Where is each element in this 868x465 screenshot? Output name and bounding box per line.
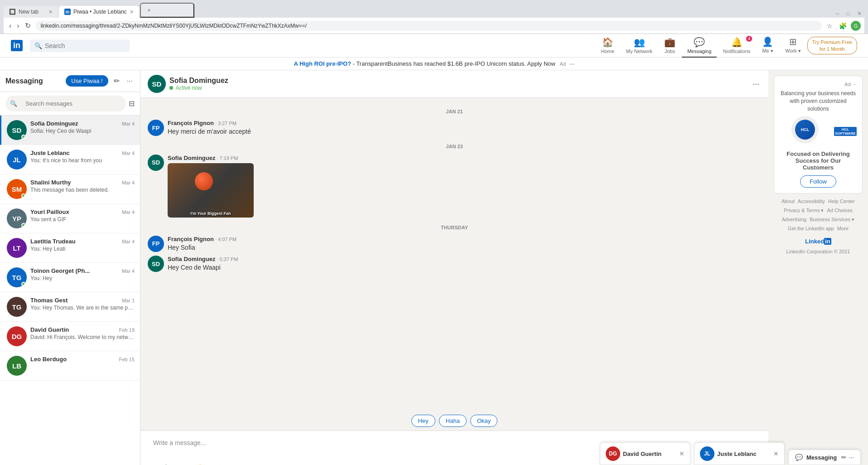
message-search-input[interactable] [20,97,121,110]
tab-close-newtab[interactable]: ✕ [48,9,53,15]
nav-item-me[interactable]: 👤 Me ▾ [757,34,779,58]
bookmark-btn[interactable]: ☆ [825,21,835,31]
footer-help-center[interactable]: Help Center [828,199,855,204]
footer-advertising[interactable]: Advertising [782,217,806,222]
nav-item-messaging[interactable]: 💬 Messaging [682,34,717,58]
browser-addressbar: ‹ › ↻ ☆ 🧩 G [4,18,864,34]
footer-accessibility[interactable]: Accessibility [798,199,825,204]
video-button[interactable]: 📹 [210,463,223,465]
browser-tab-newtab[interactable]: 🔲 New tab ✕ [4,6,58,18]
floating-compose-btn[interactable]: ✏ [841,454,847,461]
floating-chats: DG David Guertin ✕ JL Juste Leblanc ✕ 💬 … [600,442,868,465]
avatar-francois-2: FP [148,236,164,252]
attach-file-button[interactable]: 📎 [162,463,175,465]
nav-item-network[interactable]: 👥 My Network [621,34,658,58]
conversation-youri-pailloux[interactable]: YP Youri Pailloux Mar 4 You sent a GIF [0,204,140,233]
copyright-text: LinkedIn Corporation © 2021 [774,247,863,257]
hcl-software-label: HCL SOFTWARE [834,127,857,136]
quick-reply-okay[interactable]: Okay [470,415,497,427]
linkedin-header: in 🔍 🏠 Home 👥 My Network 💼 Jobs 💬 Messag… [0,34,868,58]
avatar-david: DG [7,326,27,346]
premium-cta-button[interactable]: Try Premium Freefor 1 Month [807,37,857,54]
floating-close-juste[interactable]: ✕ [773,450,779,457]
minimize-btn[interactable]: ─ [833,10,842,17]
url-bar[interactable] [35,21,822,31]
follow-button[interactable]: Follow [800,175,836,188]
chat-more-button[interactable]: ··· [751,78,761,91]
conversation-shalini-murthy[interactable]: SM Shalini Murthy Mar 4 This message has… [0,174,140,204]
new-tab-button[interactable]: ＋ [140,3,194,18]
messaging-more-button[interactable]: ··· [125,75,135,87]
online-indicator-youri [21,223,26,228]
footer-links: About Accessibility Help Center Privacy … [774,197,863,256]
avatar-toinon: TG [7,267,27,287]
message-sender-francois-2: François Pignon [168,236,214,242]
floating-chat-juste[interactable]: JL Juste Leblanc ✕ [694,442,785,465]
gif-background: I'm Your Biggest Fan [168,163,254,218]
ad-card-label: Ad [844,82,850,87]
extension-btn[interactable]: 🧩 [837,21,849,31]
message-search-wrap: 🔍 [5,96,126,111]
footer-about[interactable]: About [781,199,795,204]
tab-close-active[interactable]: ✕ [130,9,134,15]
search-box[interactable]: 🔍 [30,39,130,52]
footer-privacy-terms[interactable]: Privacy & Terms ▾ [784,208,824,213]
quick-reply-hey[interactable]: Hey [411,415,435,427]
floating-close-david[interactable]: ✕ [679,450,685,457]
avatar-thomas: TG [7,297,27,317]
footer-more[interactable]: More [837,226,849,231]
browser-nav-buttons: ‹ › ↻ [7,19,33,32]
search-input[interactable] [45,42,117,49]
nav-item-work[interactable]: ⊞ Work ▾ [780,34,806,58]
conversation-david-guertin[interactable]: DG David Guertin Feb 19 David: Hi Franço… [0,322,140,351]
message-gif-image: I'm Your Biggest Fan [168,163,258,218]
online-indicator [21,135,26,139]
message-search-bar: 🔍 ⊟ [0,92,140,116]
quick-reply-haha[interactable]: Haha [439,415,467,427]
browser-tab-active[interactable]: in Piwaa • Juste Leblanc ✕ [59,6,139,18]
conversation-laetitia-trudeau[interactable]: LT Laetitia Trudeau Mar 4 You: Hey Leati [0,233,140,263]
footer-business-services[interactable]: Business Services ▾ [810,217,854,222]
nav-item-notifications[interactable]: 🔔 4 Notifications [718,34,756,58]
conversation-content-juste: Juste Leblanc Mar 4 You: It's nice to he… [30,150,135,164]
conversation-sofia-dominguez[interactable]: SD Sofia Dominguez Mar 4 Sofia: Hey Ceo … [0,116,140,145]
message-content-francois-1: François Pignon · 3:27 PM Hey merci de m… [168,120,761,136]
linkedin-logo[interactable]: in [11,40,23,51]
user-btn[interactable]: G [851,21,861,31]
online-indicator-toinon [21,282,26,286]
attach-image-button[interactable]: 🖼 [148,463,159,465]
floating-messaging-button[interactable]: 💬 Messaging ✏ ··· [788,450,861,465]
conversation-toinon-georget[interactable]: TG Toinon Georget (Ph... Mar 4 You: Hey [0,263,140,292]
conversation-date-juste: Mar 4 [122,150,135,156]
nav-item-jobs[interactable]: 💼 Jobs [659,34,681,58]
message-filter-button[interactable]: ⊟ [129,99,135,108]
floating-expand-btn[interactable]: ··· [849,454,854,461]
footer-ad-choices[interactable]: Ad Choices [827,208,853,213]
footer-get-app[interactable]: Get the LinkedIn app [788,226,834,231]
refresh-button[interactable]: ↻ [23,19,33,32]
message-sender-sofia-1: Sofia Dominguez [168,155,215,161]
active-status-text: Active now [176,85,202,91]
ad-card: Ad ··· Balancing your business needs wit… [774,76,863,194]
conversation-content-laetitia: Laetitia Trudeau Mar 4 You: Hey Leati [30,238,135,252]
message-content-francois-2: François Pignon · 4:07 PM Hey Sofia [168,236,761,252]
back-button[interactable]: ‹ [7,19,13,32]
work-icon: ⊞ [789,36,797,47]
ad-banner-more[interactable]: ··· [569,60,574,67]
compose-button[interactable]: ✏ [112,75,121,87]
use-piwaa-button[interactable]: Use Piwaa ! [66,75,108,87]
close-btn[interactable]: ✕ [854,10,864,17]
forward-button[interactable]: › [15,19,21,32]
me-icon: 👤 [762,36,773,47]
nav-item-home[interactable]: 🏠 Home [596,34,620,58]
avatar-juste: JL [7,150,27,170]
conversation-juste-leblanc[interactable]: JL Juste Leblanc Mar 4 You: It's nice to… [0,145,140,174]
gif-caption: I'm Your Biggest Fan [169,211,252,216]
avatar-sofia-1: SD [148,155,164,171]
maximize-btn[interactable]: □ [844,10,853,17]
floating-chat-david[interactable]: DG David Guertin ✕ [600,442,690,465]
ad-card-more[interactable]: ··· [853,82,857,87]
conversation-leo-berdugo[interactable]: LB Leo Berdugo Feb 15 [0,351,140,381]
emoji-button[interactable]: 🙂 [194,463,207,465]
conversation-thomas-gest[interactable]: TG Thomas Gest Mar 1 You: Hey Thomas. We… [0,292,140,322]
